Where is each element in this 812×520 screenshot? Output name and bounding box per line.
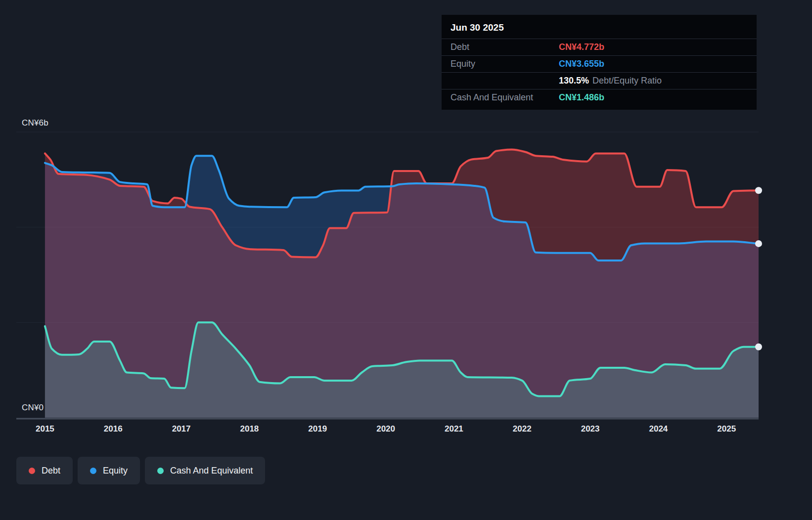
tooltip-cash-row: Cash And Equivalent CN¥1.486b: [442, 89, 757, 106]
tooltip-debt-value: CN¥4.772b: [559, 42, 604, 52]
y-axis-label-bottom: CN¥0: [22, 403, 44, 413]
legend-item-equity[interactable]: Equity: [78, 457, 140, 484]
x-axis-tick-2019: 2019: [297, 424, 338, 434]
tooltip-debt-row: Debt CN¥4.772b: [442, 39, 757, 56]
legend-item-debt-label: Debt: [42, 466, 60, 476]
cash-and-equivalent-end-marker: [755, 344, 762, 350]
tooltip-cash-label: Cash And Equivalent: [451, 92, 559, 103]
tooltip-equity-label: Equity: [451, 59, 559, 69]
chart-legend: Debt Equity Cash And Equivalent: [16, 457, 265, 484]
tooltip-equity-row: Equity CN¥3.655b: [442, 56, 757, 73]
y-axis-label-top: CN¥6b: [22, 118, 48, 128]
tooltip-equity-value: CN¥3.655b: [559, 59, 604, 69]
x-axis-tick-2016: 2016: [92, 424, 134, 434]
x-axis: 2015201620172018201920202021202220232024…: [0, 424, 812, 437]
x-axis-tick-2018: 2018: [228, 424, 270, 434]
tooltip-ratio-percent: 130.5%: [559, 76, 589, 86]
debt-end-marker: [755, 187, 762, 194]
equity-series-dot-icon: [90, 468, 96, 474]
legend-item-debt[interactable]: Debt: [16, 457, 73, 484]
legend-item-cash-label: Cash And Equivalent: [170, 466, 253, 476]
tooltip-cash-value: CN¥1.486b: [559, 92, 604, 103]
tooltip-ratio-row: 130.5%Debt/Equity Ratio: [442, 73, 757, 89]
x-axis-tick-2021: 2021: [433, 424, 475, 434]
x-axis-tick-2025: 2025: [706, 424, 747, 434]
tooltip-debt-label: Debt: [451, 42, 559, 52]
x-axis-tick-2017: 2017: [161, 424, 202, 434]
tooltip-date: Jun 30 2025: [442, 16, 757, 39]
legend-item-cash[interactable]: Cash And Equivalent: [145, 457, 265, 484]
x-axis-tick-2024: 2024: [637, 424, 679, 434]
chart-tooltip: Jun 30 2025 Debt CN¥4.772b Equity CN¥3.6…: [442, 15, 757, 110]
x-axis-tick-2023: 2023: [570, 424, 611, 434]
legend-item-equity-label: Equity: [103, 466, 128, 476]
tooltip-ratio-label: Debt/Equity Ratio: [592, 76, 662, 86]
equity-end-marker: [755, 240, 762, 247]
x-axis-tick-2020: 2020: [365, 424, 406, 434]
x-axis-tick-2022: 2022: [501, 424, 543, 434]
x-axis-tick-2015: 2015: [24, 424, 66, 434]
debt-series-dot-icon: [29, 468, 35, 474]
cash-series-dot-icon: [157, 468, 164, 474]
